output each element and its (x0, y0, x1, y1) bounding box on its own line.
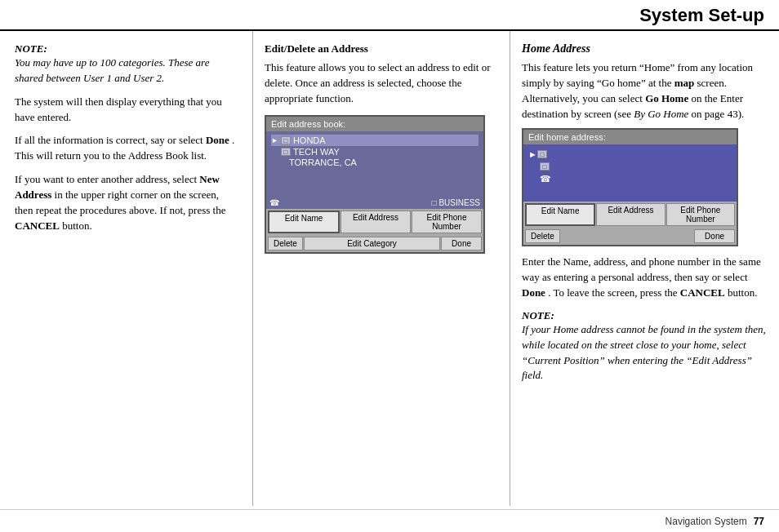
edit-category-btn[interactable]: Edit Category (304, 237, 440, 250)
list-item-techway: ► □ TECH WAY (271, 146, 479, 157)
right-bold-gohome: Go Home (645, 92, 688, 104)
home-screen-title: Edit home address: (523, 130, 737, 144)
screen-btn-row2: Delete Edit Category Done (266, 235, 483, 252)
left-body3: If you want to enter another address, se… (15, 172, 239, 233)
home-row2: □ (528, 161, 732, 172)
home-btn-row2: Delete Done (523, 228, 737, 245)
edit-phone-btn[interactable]: Edit Phone Number (412, 211, 482, 233)
phone-icon: ☎ (269, 198, 279, 207)
business-row: □ BUSINESS (431, 198, 480, 207)
screen-title: Edit address book: (266, 117, 483, 131)
honda-icon: □ (281, 136, 291, 144)
delete-btn[interactable]: Delete (268, 237, 303, 250)
home-btn-row1: Edit Name Edit Address Edit Phone Number (523, 202, 737, 228)
right-body2c: button. (728, 286, 757, 299)
right-note-label: NOTE: (522, 309, 766, 322)
left-bold-done: Done (206, 134, 229, 146)
left-body3a: If you want to enter another address, se… (15, 173, 197, 185)
right-heading: Home Address (522, 42, 766, 55)
note-text: You may have up to 100 categories. These… (15, 55, 239, 86)
edit-address-btn[interactable]: Edit Address (341, 211, 411, 233)
mid-body1: This feature allows you to select an add… (265, 60, 498, 107)
left-body3c: button. (62, 219, 91, 232)
left-column: NOTE: You may have up to 100 categories.… (0, 31, 253, 506)
screen-phone-row: ☎ □ BUSINESS (266, 197, 483, 209)
mid-heading: Edit/Delete an Address (265, 42, 498, 55)
right-body2: Enter the Name, address, and phone numbe… (522, 255, 766, 301)
right-bold-cancel: CANCEL (680, 286, 725, 299)
home-delete-btn[interactable]: Delete (525, 229, 560, 243)
right-bold-map: map (674, 77, 695, 89)
techway-label: TECH WAY (293, 147, 340, 157)
home-screen-list: ► □ □ ☎ (523, 144, 737, 202)
right-column: Home Address This feature lets you retur… (510, 31, 779, 506)
right-italic-ref: By Go Home (634, 108, 688, 120)
right-note-text: If your Home address cannot be found in … (522, 322, 766, 383)
left-body2: If all the information is correct, say o… (15, 133, 239, 164)
home-spacer3 (561, 229, 693, 243)
home-edit-address-btn[interactable]: Edit Address (596, 203, 665, 226)
home-done-btn[interactable]: Done (694, 229, 735, 243)
home-icon1: □ (537, 150, 547, 158)
page-footer: Navigation System 77 (0, 509, 779, 532)
business-label: BUSINESS (438, 198, 480, 207)
arrow-icon: ► (271, 136, 278, 144)
note-label: NOTE: (15, 42, 239, 55)
home-row1: ► □ (528, 148, 732, 161)
main-content: NOTE: You may have up to 100 categories.… (0, 31, 779, 506)
right-bold-done: Done (522, 286, 545, 299)
right-body2a: Enter the Name, address, and phone numbe… (522, 255, 761, 283)
edit-address-screen: Edit address book: ► □ HONDA ► □ TECH WA… (265, 115, 485, 254)
home-icon2: □ (540, 162, 550, 171)
home-edit-name-btn[interactable]: Edit Name (525, 203, 595, 226)
home-edit-phone-btn[interactable]: Edit Phone Number (666, 203, 735, 226)
screen-btn-row1: Edit Name Edit Address Edit Phone Number (266, 209, 483, 235)
list-item-honda: ► □ HONDA (271, 135, 479, 146)
screen-list: ► □ HONDA ► □ TECH WAY TORRANCE, CA (266, 131, 483, 197)
middle-column: Edit/Delete an Address This feature allo… (253, 31, 510, 506)
right-body2b: . To leave the screen, press the (548, 286, 677, 299)
home-row3: ☎ (528, 172, 732, 186)
done-btn[interactable]: Done (441, 237, 482, 250)
techway-icon: □ (281, 148, 291, 156)
left-bold-cancel: CANCEL (15, 219, 60, 232)
list-item-torrance: TORRANCE, CA (271, 157, 479, 167)
footer-page-number: 77 (754, 516, 764, 527)
edit-name-btn[interactable]: Edit Name (268, 211, 340, 233)
home-arrow: ► (528, 149, 537, 159)
business-icon: □ (431, 198, 436, 207)
right-body1d: on page 43). (692, 108, 745, 120)
footer-nav-label: Navigation System (665, 516, 747, 527)
right-body1: This feature lets you return “Home” from… (522, 60, 766, 122)
edit-home-screen: Edit home address: ► □ □ ☎ Edit Name Edi… (522, 128, 738, 246)
home-phone-icon: ☎ (540, 174, 551, 184)
page-header: System Set-up (0, 0, 779, 31)
left-body1: The system will then display everything … (15, 95, 239, 126)
page-title: System Set-up (639, 5, 764, 26)
honda-label: HONDA (293, 135, 326, 145)
left-body2-text: If all the information is correct, say o… (15, 134, 206, 146)
